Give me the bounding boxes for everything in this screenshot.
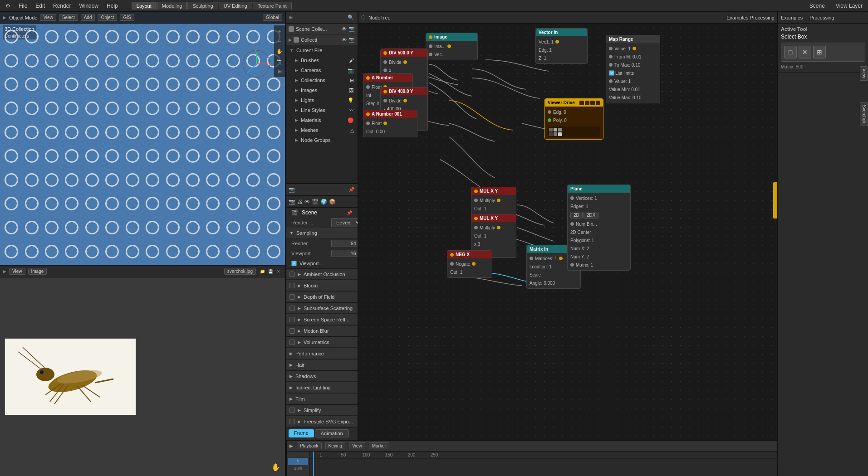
depth-of-field-header[interactable]: ▶ Depth of Field xyxy=(286,291,358,302)
fb-meshes[interactable]: ▶ Meshes △ xyxy=(286,125,358,135)
volumetrics-header[interactable]: ▶ Volumetrics xyxy=(286,337,358,348)
vd-icon2[interactable] xyxy=(585,101,589,105)
file-menu[interactable]: File xyxy=(15,2,31,10)
pan-tool-btn[interactable]: ✋ xyxy=(275,47,284,55)
node-editor[interactable]: ⬡ NodeTree Examples Processing xyxy=(358,12,777,476)
simplify-header[interactable]: ▶ Simplify xyxy=(286,405,358,416)
viewport-select-btn[interactable]: Select xyxy=(59,14,78,21)
image-close-btn[interactable]: ✕ xyxy=(275,268,282,275)
fb-lights[interactable]: ▶ Lights 💡 xyxy=(286,95,358,105)
tool-icon-3[interactable]: ⊞ xyxy=(813,46,826,58)
vect-socket-out[interactable] xyxy=(555,40,559,44)
pan-icon[interactable]: ✋ xyxy=(271,463,280,471)
render-samples-input[interactable] xyxy=(331,240,358,247)
indirect-lighting-header[interactable]: ▶ Indirect Lighting xyxy=(286,382,358,393)
simplify-checkbox[interactable] xyxy=(289,408,295,413)
fb-materials[interactable]: ▶ Materials 🔴 xyxy=(286,115,358,125)
vd-icon3[interactable] xyxy=(590,101,595,105)
motion-blur-checkbox[interactable] xyxy=(289,328,295,334)
ambient-occlusion-header[interactable]: ▶ Ambient Occlusion xyxy=(286,269,358,280)
image-view-btn[interactable]: View xyxy=(9,268,25,275)
node-map-range[interactable]: Map Range Value: 1 From M: 0.01 To Max: xyxy=(606,35,660,103)
socket-in2[interactable] xyxy=(429,53,432,56)
help-menu[interactable]: Help xyxy=(103,2,122,10)
render-menu[interactable]: Render xyxy=(49,2,74,10)
tool-icon-2[interactable]: ✕ xyxy=(799,46,811,58)
workspace-texture-paint[interactable]: Texture Paint xyxy=(253,2,292,10)
collection-eye-icon[interactable]: 👁 xyxy=(342,26,347,32)
ambient-occlusion-checkbox[interactable] xyxy=(289,272,295,277)
hair-header[interactable]: ▶ Hair xyxy=(286,359,358,370)
node-image-socket[interactable] xyxy=(429,35,432,39)
scene-props-pin[interactable]: 📌 xyxy=(348,187,355,193)
performance-header[interactable]: ▶ Performance xyxy=(286,348,358,359)
collection-camera-2[interactable]: 📷 xyxy=(348,37,355,43)
node-a-number-001[interactable]: A Number 001 Float Out: 0.00 xyxy=(363,110,417,137)
image-save-btn[interactable]: 💾 xyxy=(267,268,274,275)
viewport-mode[interactable]: Object Mode xyxy=(9,15,37,20)
dim-2dx-btn[interactable]: 2DX xyxy=(584,212,598,219)
node-image[interactable]: Image Ima... Vec... xyxy=(426,33,478,60)
fb-cameras[interactable]: ▶ Cameras 📷 xyxy=(286,65,358,75)
vd-icon4[interactable] xyxy=(596,101,600,105)
fb-collections[interactable]: ▶ Collections ⊞ xyxy=(286,75,358,85)
workspace-modeling[interactable]: Modeling xyxy=(157,2,187,10)
keying-btn[interactable]: Keying xyxy=(325,442,346,449)
fb-node-groups[interactable]: ▶ Node Groups xyxy=(286,135,358,145)
freestyle-checkbox[interactable] xyxy=(289,419,295,424)
bloom-checkbox[interactable] xyxy=(289,283,295,288)
scene-pin-icon[interactable]: 📌 xyxy=(347,210,352,215)
collection-eye-2[interactable]: 👁 xyxy=(342,37,347,43)
ssr-checkbox[interactable] xyxy=(289,317,295,322)
workspace-sculpting[interactable]: Sculpting xyxy=(187,2,218,10)
zoom-out-btn[interactable]: − xyxy=(275,37,284,45)
collection-camera-icon[interactable]: 📷 xyxy=(348,26,355,32)
shadows-header[interactable]: ▶ Shadows xyxy=(286,371,358,382)
view-side-tab[interactable]: View xyxy=(860,66,868,81)
props-icon-render[interactable]: 📷 xyxy=(289,199,295,205)
bloom-header[interactable]: ▶ Bloom xyxy=(286,280,358,291)
node-viewer-driver[interactable]: Viewer Drive Edg. 0 xyxy=(544,98,603,140)
dof-checkbox[interactable] xyxy=(289,294,295,300)
mr-out[interactable] xyxy=(633,47,636,50)
viewport-global-btn[interactable]: Global xyxy=(263,14,282,21)
props-icon-scene[interactable]: 🎬 xyxy=(312,199,319,205)
node-canvas[interactable]: Image Ima... Vec... Vecto xyxy=(358,24,777,476)
props-icon-object[interactable]: 📦 xyxy=(329,199,336,205)
socket-in[interactable] xyxy=(429,44,432,48)
viewport-view-btn[interactable]: View xyxy=(40,14,56,21)
node-neg-x[interactable]: NEG X Negate Out: 1 xyxy=(447,250,492,278)
volumetrics-checkbox[interactable] xyxy=(289,340,295,345)
mr-in[interactable] xyxy=(609,47,613,50)
viewport-add-btn[interactable]: Add xyxy=(81,14,95,21)
fb-search-btn[interactable]: 🔍 xyxy=(347,14,355,22)
viewport-object-btn[interactable]: Object xyxy=(98,14,117,21)
node-plane[interactable]: Plane Vertices: 1 Edges: 1 2D 2DX xyxy=(567,185,631,271)
blender-menu[interactable]: ⚙ xyxy=(2,2,14,10)
fb-current-file[interactable]: ▼ Current File xyxy=(286,45,358,55)
fb-line-styles[interactable]: ▶ Line Styles 〰 xyxy=(286,105,358,115)
props-icon-world[interactable]: 🌍 xyxy=(320,199,327,205)
node-vector-in[interactable]: Vector In Vec1. 1 Edg. 1 Z: 1 xyxy=(535,28,588,64)
sss-header[interactable]: ▶ Subsurface Scattering xyxy=(286,303,358,314)
edit-menu[interactable]: Edit xyxy=(32,2,49,10)
fb-brushes[interactable]: ▶ Brushes 🖌 xyxy=(286,55,358,65)
viewport-gis-btn[interactable]: GIS xyxy=(120,14,134,21)
view-btn[interactable]: View xyxy=(349,442,365,449)
sverchok-side-tab[interactable]: Sverchok xyxy=(860,102,868,126)
window-menu[interactable]: Window xyxy=(75,2,102,10)
camera-btn[interactable]: 📷 xyxy=(275,57,284,65)
socket-out[interactable] xyxy=(447,44,451,48)
scene-name[interactable]: Scene xyxy=(302,209,317,216)
image-image-btn[interactable]: Image xyxy=(28,268,47,275)
anumber-socket[interactable] xyxy=(366,76,370,80)
div1-socket[interactable] xyxy=(383,51,387,55)
image-folder-btn[interactable]: 📁 xyxy=(259,268,266,275)
motion-blur-header[interactable]: ▶ Motion Blur xyxy=(286,325,358,336)
workspace-uv-editing[interactable]: UV Editing xyxy=(219,2,252,10)
sampling-header[interactable]: ▼ Sampling xyxy=(286,228,358,238)
workspace-layout[interactable]: Layout xyxy=(132,2,157,10)
film-header[interactable]: ▶ Film xyxy=(286,393,358,404)
vd-icon1[interactable] xyxy=(579,101,584,105)
zoom-in-btn[interactable]: + xyxy=(275,27,284,35)
